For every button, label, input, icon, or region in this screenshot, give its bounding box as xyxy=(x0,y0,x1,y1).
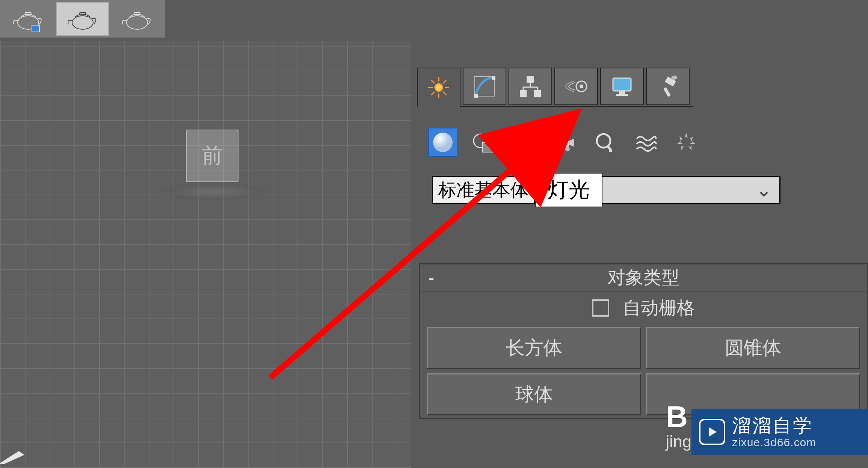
chevron-down-icon: ⌄ xyxy=(756,179,772,201)
create-type-dropdown[interactable]: ⌄ xyxy=(602,176,780,204)
svg-rect-2 xyxy=(32,25,39,32)
banner-play-icon xyxy=(699,419,725,445)
svg-rect-37 xyxy=(483,142,492,152)
teapot-icon xyxy=(64,6,101,32)
svg-line-15 xyxy=(443,92,446,95)
banner-main-text: 溜溜自学 xyxy=(732,415,816,436)
subcat-lights[interactable] xyxy=(509,128,539,157)
top-toolbar xyxy=(0,0,165,38)
autogrid-checkbox[interactable] xyxy=(592,299,609,317)
subcat-spacewarps[interactable] xyxy=(631,128,660,157)
svg-marker-49 xyxy=(690,141,695,144)
type-cone-button[interactable]: 圆锥体 xyxy=(646,327,860,369)
banner-sub-text: zixue.3d66.com xyxy=(732,436,816,448)
watermark-b-letter: B xyxy=(666,400,688,434)
object-type-grid: 长方体 圆锥体 球体 xyxy=(420,325,867,418)
tab-modify[interactable] xyxy=(463,68,506,105)
svg-rect-32 xyxy=(616,94,628,96)
tab-hierarchy[interactable] xyxy=(509,68,552,105)
svg-point-6 xyxy=(127,16,148,29)
watermark-banner: 溜溜自学 zixue.3d66.com xyxy=(691,409,868,455)
spacewarps-icon xyxy=(634,131,657,154)
object-type-title: 对象类型 xyxy=(442,266,867,290)
teapot-icon xyxy=(118,6,156,32)
subcat-cameras[interactable] xyxy=(550,128,579,157)
svg-marker-43 xyxy=(569,139,574,147)
svg-marker-51 xyxy=(681,145,684,151)
watermark-jing: jing xyxy=(666,432,692,451)
svg-rect-5 xyxy=(80,12,86,15)
systems-icon xyxy=(675,131,697,154)
create-type-dropdown-row: 标准基本体 灯光 ⌄ xyxy=(432,173,780,207)
viewport[interactable]: 前 xyxy=(0,41,411,468)
svg-marker-48 xyxy=(689,136,693,142)
svg-line-14 xyxy=(431,80,435,83)
object-type-panel: - 对象类型 自动栅格 长方体 圆锥体 球体 xyxy=(419,263,868,419)
tab-motion[interactable] xyxy=(554,68,598,105)
subcat-helpers[interactable] xyxy=(590,128,620,157)
svg-line-17 xyxy=(431,92,435,95)
viewcube-shadow xyxy=(158,182,270,201)
svg-rect-7 xyxy=(134,12,140,15)
axis-gizmo-icon xyxy=(0,449,24,464)
subcat-systems[interactable] xyxy=(672,128,701,157)
viewcube[interactable]: 前 xyxy=(186,130,239,182)
svg-rect-22 xyxy=(520,90,527,97)
svg-marker-8 xyxy=(0,451,24,464)
type-box-button[interactable]: 长方体 xyxy=(427,327,641,369)
modify-icon xyxy=(471,73,498,100)
svg-marker-47 xyxy=(685,133,688,138)
hierarchy-icon xyxy=(517,73,544,100)
svg-rect-30 xyxy=(613,78,631,91)
tab-display[interactable] xyxy=(600,68,644,105)
create-type-dropdown-label: 标准基本体 xyxy=(432,176,535,204)
svg-rect-31 xyxy=(619,91,625,94)
svg-point-29 xyxy=(580,85,583,88)
svg-marker-50 xyxy=(688,145,691,151)
geometry-icon xyxy=(432,131,454,154)
svg-rect-33 xyxy=(663,87,671,97)
svg-marker-53 xyxy=(679,136,683,142)
svg-point-42 xyxy=(564,133,570,139)
tab-utilities[interactable] xyxy=(646,68,690,105)
svg-point-45 xyxy=(565,147,570,151)
autogrid-row: 自动栅格 xyxy=(420,291,867,325)
command-panel: 标准基本体 灯光 ⌄ - 对象类型 自动栅格 长方体 圆锥体 球体 xyxy=(411,41,868,468)
svg-rect-40 xyxy=(558,139,569,147)
object-type-header[interactable]: - 对象类型 xyxy=(420,264,867,291)
teapot-preset-3[interactable] xyxy=(111,2,163,36)
svg-point-4 xyxy=(72,16,93,29)
cameras-icon xyxy=(553,131,576,154)
svg-rect-21 xyxy=(527,76,534,83)
svg-point-41 xyxy=(558,133,564,139)
svg-rect-23 xyxy=(534,90,541,97)
command-panel-tabs xyxy=(417,68,690,107)
svg-line-16 xyxy=(443,80,446,83)
create-icon xyxy=(425,74,452,101)
motion-icon xyxy=(563,73,590,100)
svg-rect-34 xyxy=(671,75,677,80)
lights-tooltip: 灯光 xyxy=(535,173,602,207)
svg-point-35 xyxy=(433,133,453,152)
subcat-shapes[interactable] xyxy=(469,128,498,157)
type-sphere-button[interactable]: 球体 xyxy=(427,373,641,415)
svg-point-44 xyxy=(557,147,562,151)
svg-marker-52 xyxy=(677,141,682,144)
svg-rect-1 xyxy=(25,12,31,15)
svg-rect-20 xyxy=(492,76,495,80)
autogrid-label: 自动栅格 xyxy=(623,296,695,320)
svg-point-39 xyxy=(519,136,523,139)
helpers-icon xyxy=(594,131,616,154)
utilities-icon xyxy=(654,73,681,100)
collapse-toggle[interactable]: - xyxy=(420,267,442,288)
teapot-preset-2[interactable] xyxy=(56,2,109,36)
display-icon xyxy=(608,73,636,100)
shapes-icon xyxy=(472,131,495,154)
create-subcategories xyxy=(428,128,701,157)
subcat-geometry[interactable] xyxy=(428,128,457,157)
svg-point-9 xyxy=(435,84,442,91)
svg-rect-19 xyxy=(474,94,478,98)
teapot-preset-1[interactable] xyxy=(2,2,54,36)
svg-marker-56 xyxy=(709,427,717,436)
tab-create[interactable] xyxy=(417,68,460,107)
